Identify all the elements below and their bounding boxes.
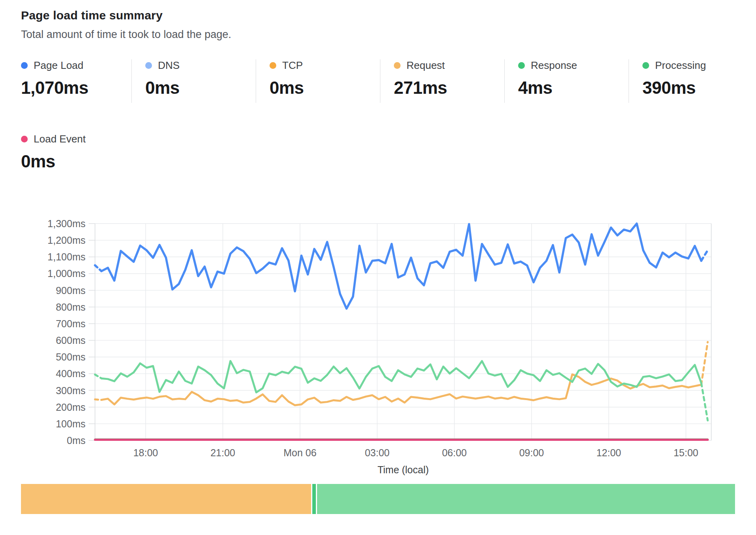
y-tick-label: 400ms [56, 368, 85, 379]
y-tick-label: 1,100ms [47, 251, 85, 262]
timeline-segment-warning-period [21, 484, 311, 514]
series-processing-tail-dash [701, 383, 708, 421]
page-load-timeseries-chart[interactable]: 0ms100ms200ms300ms400ms500ms600ms700ms80… [0, 0, 756, 535]
series-processing [101, 361, 701, 392]
series-processing-lead-dash [95, 374, 101, 378]
x-tick-label: Mon 06 [283, 447, 316, 458]
y-tick-label: 1,300ms [47, 218, 85, 229]
timeline-segment-up-period [317, 484, 735, 514]
y-tick-label: 300ms [56, 385, 85, 396]
series-request [101, 374, 701, 405]
y-tick-label: 0ms [67, 435, 85, 446]
timeline-segment-up-period-short [312, 484, 316, 514]
x-tick-label: 09:00 [519, 447, 544, 458]
x-axis-title: Time (local) [378, 464, 429, 475]
y-tick-label: 800ms [56, 302, 85, 313]
y-tick-label: 200ms [56, 402, 85, 413]
x-tick-label: 21:00 [211, 447, 236, 458]
status-timeline-bar[interactable] [21, 484, 735, 514]
x-tick-label: 18:00 [133, 447, 158, 458]
y-tick-label: 700ms [56, 318, 85, 329]
y-tick-label: 500ms [56, 351, 85, 362]
series-page-load-lead-dash [95, 265, 101, 271]
y-tick-label: 600ms [56, 335, 85, 346]
x-tick-label: 12:00 [596, 447, 621, 458]
y-tick-label: 1,200ms [47, 235, 85, 246]
x-tick-label: 06:00 [442, 447, 467, 458]
x-tick-label: 03:00 [365, 447, 390, 458]
series-page-load-tail-dash [701, 250, 708, 261]
series-request-tail-dash [701, 342, 708, 385]
x-tick-label: 15:00 [674, 447, 699, 458]
series-request-lead-dash [95, 399, 101, 400]
y-tick-label: 900ms [56, 285, 85, 296]
series-page-load [101, 224, 701, 309]
y-tick-label: 100ms [56, 418, 85, 429]
y-tick-label: 1,000ms [47, 268, 85, 279]
